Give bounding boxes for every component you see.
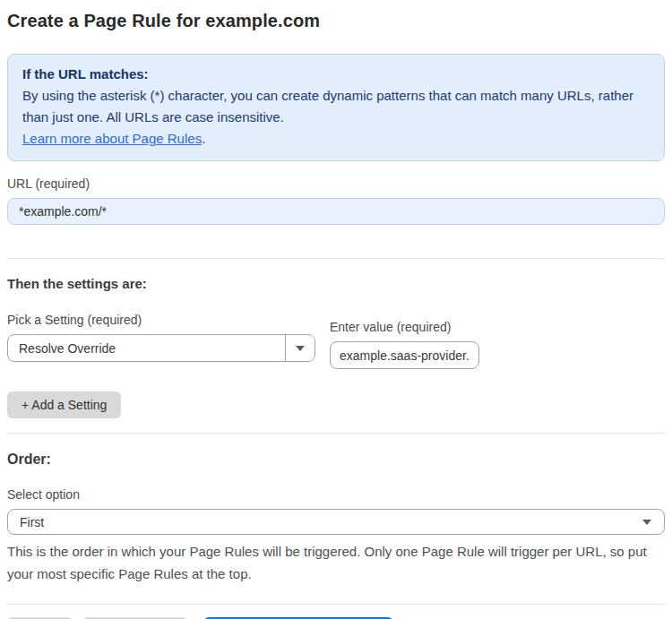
setting-select-arrow-button[interactable] bbox=[285, 335, 314, 361]
add-setting-button[interactable]: + Add a Setting bbox=[7, 391, 121, 418]
order-select-label: Select option bbox=[7, 487, 665, 502]
order-select-value: First bbox=[20, 515, 642, 529]
info-box-link-line: Learn more about Page Rules. bbox=[22, 128, 650, 150]
divider bbox=[7, 604, 665, 605]
link-suffix: . bbox=[202, 131, 205, 146]
chevron-down-icon bbox=[642, 520, 651, 525]
settings-section-heading: Then the settings are: bbox=[7, 276, 665, 291]
url-input[interactable] bbox=[7, 198, 665, 225]
setting-select-label: Pick a Setting (required) bbox=[7, 313, 315, 327]
setting-value-column: Enter value (required) bbox=[330, 320, 479, 369]
info-box-body: By using the asterisk (*) character, you… bbox=[22, 85, 641, 128]
create-page-rule-form: Create a Page Rule for example.com If th… bbox=[0, 0, 672, 619]
setting-select[interactable]: Resolve Override bbox=[7, 334, 315, 362]
url-match-info-box: If the URL matches: By using the asteris… bbox=[7, 54, 665, 161]
order-section-heading: Order: bbox=[7, 451, 665, 468]
order-help-text: This is the order in which your Page Rul… bbox=[7, 540, 652, 585]
divider bbox=[7, 433, 665, 434]
settings-row: Pick a Setting (required) Resolve Overri… bbox=[7, 313, 665, 369]
value-field-label: Enter value (required) bbox=[330, 320, 479, 334]
divider bbox=[7, 258, 665, 259]
setting-select-value: Resolve Override bbox=[8, 335, 285, 361]
setting-value-input[interactable] bbox=[330, 341, 479, 369]
url-field-label: URL (required) bbox=[7, 176, 665, 191]
order-select[interactable]: First bbox=[7, 509, 665, 535]
chevron-down-icon bbox=[296, 346, 305, 351]
page-title: Create a Page Rule for example.com bbox=[7, 11, 665, 31]
learn-more-link[interactable]: Learn more about Page Rules bbox=[22, 131, 202, 146]
info-box-heading: If the URL matches: bbox=[22, 64, 650, 85]
setting-select-column: Pick a Setting (required) Resolve Overri… bbox=[7, 313, 315, 369]
